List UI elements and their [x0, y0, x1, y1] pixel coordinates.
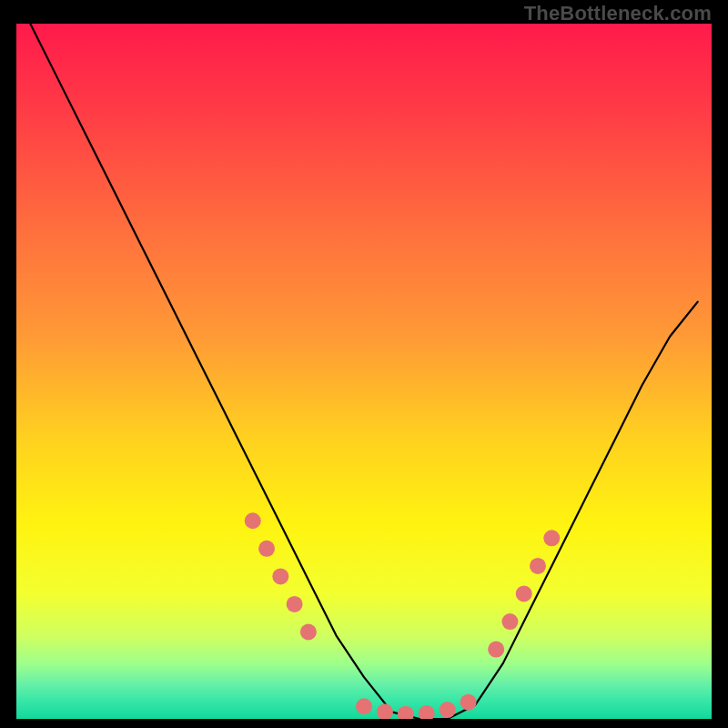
- highlight-dot: [543, 530, 560, 546]
- highlight-dot: [272, 568, 288, 584]
- highlight-dot: [258, 541, 275, 557]
- highlight-dot: [440, 702, 456, 718]
- highlight-dot: [245, 512, 261, 529]
- highlight-dot: [300, 624, 317, 641]
- highlight-dot: [530, 558, 546, 574]
- watermark-text: TheBottleneck.com: [524, 2, 712, 25]
- gradient-background: [16, 24, 712, 719]
- highlight-dot: [516, 585, 532, 602]
- chart-frame: [16, 24, 712, 719]
- highlight-dot: [488, 642, 504, 658]
- highlight-dot: [460, 694, 477, 711]
- highlight-dot: [501, 613, 518, 630]
- highlight-dot: [356, 698, 372, 714]
- bottleneck-chart: [16, 24, 712, 719]
- highlight-dot: [287, 596, 303, 612]
